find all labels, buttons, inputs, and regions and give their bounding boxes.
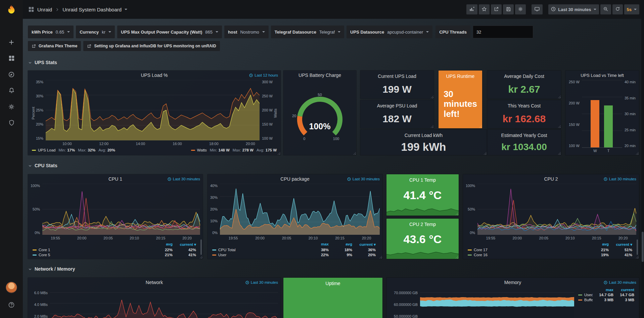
link-ups-monitoring-guide[interactable]: Setting up Grafana and InfluxDB for UPS …: [83, 41, 220, 51]
panel-title[interactable]: Memory: [504, 280, 521, 285]
sidebar-item-help[interactable]: [5, 299, 18, 312]
time-range-picker[interactable]: Last 30 minutes: [548, 4, 599, 14]
stat-value: 1 month 1: [283, 287, 382, 318]
panel-title[interactable]: UPS Load %: [141, 73, 168, 78]
caret-down-icon: [67, 31, 70, 33]
time-range-label: Last 30 minutes: [558, 7, 591, 12]
sidebar-item-create[interactable]: [5, 36, 18, 49]
time-series-chart[interactable]: 100%50%0%19:5520:0020:0520:1020:1520:20: [31, 184, 200, 241]
share-button[interactable]: [491, 4, 502, 14]
variable-host[interactable]: hostNostromo: [224, 26, 269, 38]
chevron-down-icon: [28, 164, 32, 168]
panel-title[interactable]: Uptime: [283, 278, 382, 288]
sidebar-item-configuration[interactable]: [5, 100, 18, 114]
panel-time-range-badge[interactable]: Last 30 minutes: [604, 174, 636, 184]
panel-title[interactable]: This Years Cost: [487, 100, 561, 110]
chart-legend[interactable]: UPS LoadMin:17%Max:32%Avg:20%WattsMin:14…: [31, 146, 278, 153]
chart-legend[interactable]: avgcurrent ▾Core 1721%51%Core 1619%41%: [466, 241, 636, 257]
panel-cpu-1-temp: CPU 1 Temp 41.4 °C: [386, 174, 459, 216]
clock-icon: [347, 177, 351, 181]
panel-average-daily-cost: Average Daily Cost kr 2.67: [487, 71, 561, 99]
panel-title[interactable]: UPS Battery Charge: [298, 73, 341, 78]
panel-title[interactable]: Current Load kWh: [360, 130, 487, 140]
grafana-app: Unraid Unraid System Dashboard Last 30 m…: [0, 0, 644, 318]
panel-title[interactable]: CPU package: [280, 176, 309, 182]
time-series-chart[interactable]: 6.0 MBs4.0 MBs2.0 MBs: [31, 287, 278, 318]
page-scrollbar-thumb[interactable]: [642, 232, 644, 262]
sidebar-item-dashboards[interactable]: [5, 52, 18, 65]
bell-icon: [8, 87, 15, 95]
user-avatar[interactable]: [6, 282, 17, 293]
caret-down-icon: [594, 9, 596, 10]
breadcrumb-folder[interactable]: Unraid: [37, 7, 52, 12]
sidebar-item-alerting[interactable]: [5, 84, 18, 98]
panel-time-range-badge[interactable]: Last 30 minutes: [347, 174, 380, 184]
sidebar-item-server-admin[interactable]: [5, 117, 18, 130]
panel-title[interactable]: Estimated Yearly Cost: [487, 130, 561, 140]
caret-down-icon: [262, 31, 265, 33]
star-button[interactable]: [479, 4, 490, 14]
cpu-threads-input[interactable]: [473, 26, 533, 38]
caret-down-icon: [216, 31, 218, 33]
section-ups-stats[interactable]: UPS Stats: [28, 59, 57, 66]
link-grafana-plex-theme[interactable]: Grafana Plex Theme: [28, 41, 81, 51]
variable-kwh-price[interactable]: kWh Price0.65: [28, 26, 74, 38]
svg-text:0: 0: [303, 136, 305, 140]
shield-icon: [8, 120, 15, 127]
chart-legend[interactable]: maxavgcurrent ▾CPU Total38%18%36%User22%…: [210, 241, 380, 257]
stat-value: kr 1034.00: [487, 139, 561, 155]
gear-icon: [8, 103, 15, 111]
refresh-button[interactable]: [612, 4, 623, 14]
panel-title[interactable]: Average Daily Cost: [487, 71, 561, 81]
chart-legend[interactable]: maxcurrentUsed14.7 GB14.7 GBBuffered3 MB…: [574, 287, 636, 318]
zoom-out-button[interactable]: [600, 4, 611, 14]
legend-scrollbar[interactable]: [200, 239, 202, 255]
time-series-chart[interactable]: 70.000000 GB60.000000 GB50.000000 GB: [389, 287, 574, 318]
legend-scrollbar[interactable]: [637, 239, 638, 255]
panel-title[interactable]: CPU 1: [108, 176, 122, 182]
panel-time-range-badge[interactable]: Last 30 minutes: [245, 278, 278, 287]
panel-title[interactable]: CPU 2 Temp: [386, 219, 459, 229]
page-scrollbar[interactable]: [641, 0, 644, 318]
variable-ups-max-output[interactable]: UPS Max Output Power Capacity (Watt)865: [117, 26, 222, 38]
panel-title[interactable]: CPU 2: [544, 176, 558, 182]
svg-text:100: 100: [333, 136, 339, 140]
breadcrumb-page-title[interactable]: Unraid System Dashboard: [62, 7, 122, 12]
compass-icon: [8, 71, 15, 79]
external-link-icon: [32, 44, 36, 48]
time-series-chart[interactable]: 40%30%20%10%0%19:5520:0020:0520:1020:152…: [210, 184, 380, 241]
cycle-view-button[interactable]: [532, 4, 543, 14]
variable-currency[interactable]: Currencykr: [76, 26, 115, 38]
time-series-chart[interactable]: Percent35%30%25%20%15%10:0012:0014:0016:…: [31, 80, 278, 146]
panel-title[interactable]: Average PSU Load: [360, 100, 434, 110]
tv-icon: [534, 6, 540, 13]
dashboard-settings-button[interactable]: [515, 4, 526, 14]
clock-icon: [249, 74, 253, 77]
panel-title[interactable]: Network: [146, 280, 163, 285]
refresh-interval-picker[interactable]: 5s: [624, 4, 639, 14]
panel-time-range-badge[interactable]: Last 30 minutes: [604, 278, 636, 287]
stat-value: kr 162.68: [487, 109, 561, 128]
stat-value: 182 W: [360, 109, 434, 128]
panel-time-range-badge[interactable]: Last 12 hours: [249, 71, 278, 80]
bar-chart[interactable]: 250 W200 W150 W100 WWT40 min35 min30 min…: [569, 80, 636, 153]
sidebar-bottom: [5, 282, 18, 312]
caret-down-icon: [426, 31, 429, 33]
chevron-down-icon: [28, 60, 32, 65]
time-series-chart[interactable]: 100%50%0%19:5520:0020:0520:1020:1520:20: [466, 184, 636, 241]
panel-title[interactable]: Current UPS Load: [360, 71, 434, 81]
variable-telegraf-datasource[interactable]: Telegraf DatasourceTelegraf: [271, 26, 344, 38]
section-cpu-stats[interactable]: CPU Stats: [28, 162, 57, 169]
panel-title[interactable]: CPU 1 Temp: [386, 174, 459, 184]
chart-legend[interactable]: avgcurrent ▾Core 122%42%Core 521%41%: [31, 241, 200, 257]
panel-title[interactable]: UPS Load vs Time left: [581, 73, 624, 78]
variable-ups-datasource[interactable]: UPS Datasourceapcupsd-container: [347, 26, 432, 38]
grafana-logo[interactable]: [0, 0, 23, 19]
save-button[interactable]: [503, 4, 514, 14]
add-panel-button[interactable]: [466, 4, 477, 14]
section-network-memory[interactable]: Network / Memory: [28, 265, 75, 273]
zoom-out-icon: [603, 6, 608, 13]
sidebar-item-explore[interactable]: [5, 68, 18, 82]
panel-title[interactable]: UPS Runtime: [439, 71, 482, 81]
panel-time-range-badge[interactable]: Last 30 minutes: [168, 174, 200, 184]
